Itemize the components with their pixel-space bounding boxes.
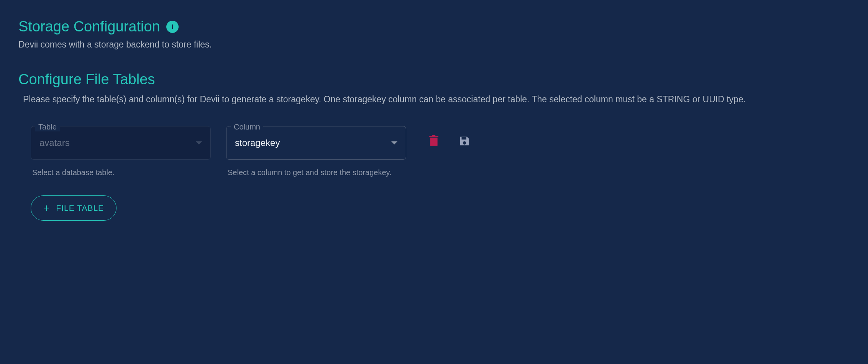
table-field-group: Table avatars Select a database table. (31, 123, 211, 177)
row-actions (428, 123, 471, 147)
table-select-value: avatars (39, 138, 70, 148)
plus-icon: + (43, 203, 50, 213)
column-hint: Select a column to get and store the sto… (228, 168, 406, 177)
trash-icon (429, 135, 439, 147)
svg-rect-3 (462, 137, 467, 140)
column-field-group: Column storagekey Select a column to get… (226, 123, 406, 177)
configure-file-tables-title: Configure File Tables (18, 71, 850, 88)
svg-rect-0 (430, 138, 437, 146)
file-table-row: Table avatars Select a database table. C… (31, 123, 850, 177)
table-hint: Select a database table. (32, 168, 211, 177)
chevron-down-icon (196, 141, 202, 144)
storage-config-title: Storage Configuration i (18, 18, 850, 35)
storage-config-title-text: Storage Configuration (18, 18, 160, 35)
info-icon[interactable]: i (166, 21, 179, 33)
add-file-table-label: FILE TABLE (56, 203, 104, 213)
svg-rect-2 (432, 135, 436, 136)
configure-file-tables-description: Please specify the table(s) and column(s… (23, 92, 850, 107)
save-icon (459, 135, 470, 147)
table-label: Table (35, 123, 60, 131)
svg-point-4 (463, 141, 466, 144)
column-label: Column (231, 123, 263, 131)
delete-button[interactable] (428, 135, 440, 147)
chevron-down-icon (391, 141, 397, 144)
save-button[interactable] (458, 135, 471, 147)
column-select-value: storagekey (235, 138, 280, 148)
add-file-table-button[interactable]: + FILE TABLE (31, 195, 116, 221)
storage-config-description: Devii comes with a storage backend to st… (18, 39, 850, 50)
